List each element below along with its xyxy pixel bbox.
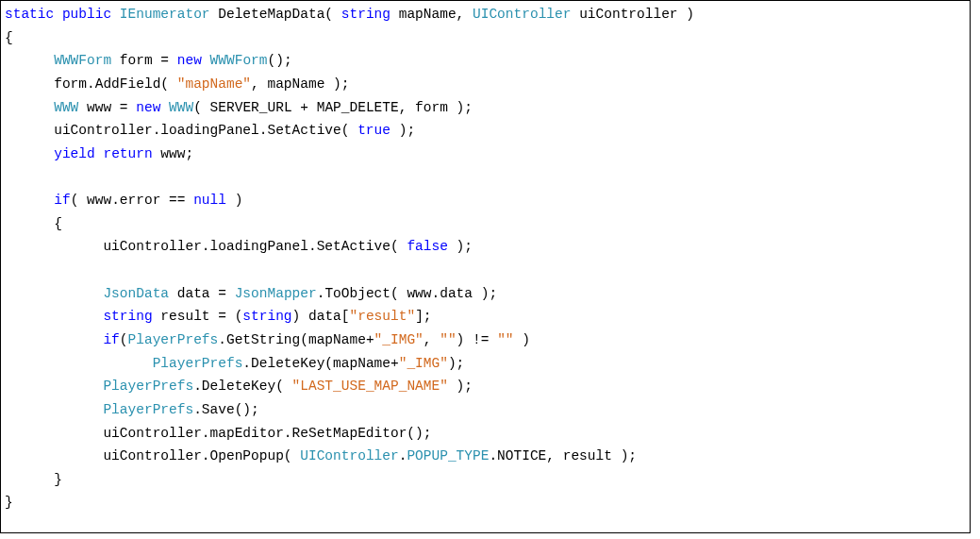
code-block: static public IEnumerator DeleteMapData(… [0,0,971,533]
